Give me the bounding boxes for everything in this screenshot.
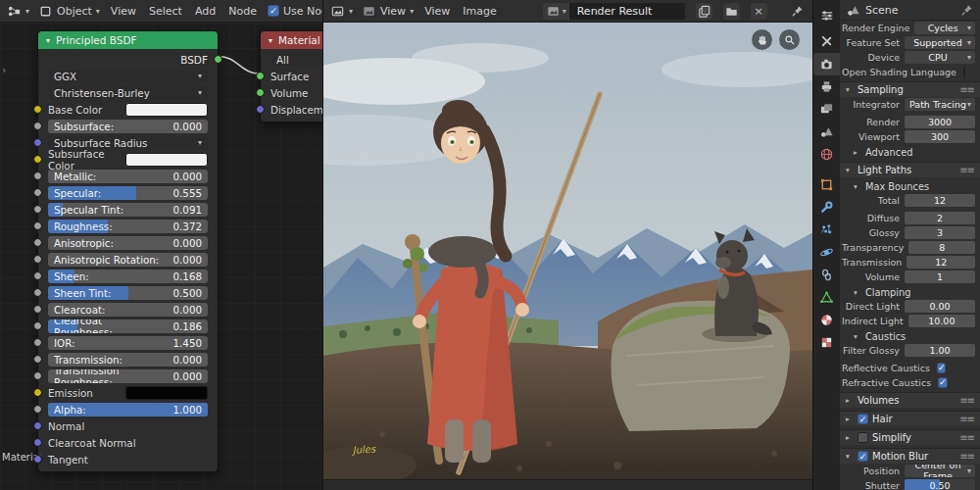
field-volume[interactable]: 1 — [905, 270, 975, 283]
principled-node-header[interactable]: ▾ Principled BSDF — [38, 31, 218, 49]
triangle-right-icon[interactable]: ▸ — [846, 396, 854, 405]
node-row-sheen[interactable]: Sheen:0.168 — [38, 268, 218, 284]
editor-type-button[interactable]: ▾ — [330, 4, 353, 19]
collapse-triangle-icon[interactable]: ▾ — [269, 36, 272, 45]
tab-viewlayer[interactable] — [813, 98, 840, 121]
node-dropdown-ggx[interactable]: GGX▾ — [48, 70, 208, 83]
field-direct-light[interactable]: 0.00 — [905, 300, 975, 313]
tab-modifiers[interactable] — [813, 196, 840, 219]
tab-particles[interactable] — [813, 219, 840, 241]
collapse-triangle-icon[interactable]: ▾ — [46, 36, 50, 45]
open-image-button[interactable] — [723, 3, 740, 20]
use-nodes-checkbox[interactable]: ✓ — [268, 5, 279, 17]
tab-render[interactable] — [813, 53, 840, 75]
node-row-clearcoat-roughness[interactable]: Clearcoat Roughness:0.186 — [38, 318, 218, 334]
section-header-light-paths[interactable]: ▾Light Paths≡≡ — [840, 162, 980, 177]
dropdown-position[interactable]: Center on Frame▾ — [905, 465, 975, 477]
section-header-hair[interactable]: ▸✓Hair≡≡ — [840, 411, 980, 426]
socket-transmission-roughness[interactable] — [33, 371, 42, 380]
subpanel-caustics[interactable]: ▾Caustics — [840, 329, 980, 343]
node-row-specular-tint[interactable]: Specular Tint:0.091 — [38, 201, 218, 218]
color-swatch-subsurface-color[interactable] — [125, 153, 208, 167]
node-row-clearcoat-normal[interactable]: Clearcoat Normal — [38, 434, 218, 451]
new-image-button[interactable] — [696, 3, 712, 20]
principled-bsdf-node[interactable]: ▾ Principled BSDF BSDFGGX▾Christensen-Bu… — [37, 30, 219, 472]
socket-bsdf[interactable] — [214, 55, 222, 64]
socket-clearcoat-roughness[interactable] — [33, 321, 42, 330]
node-number-roughness[interactable]: Roughness:0.372 — [48, 220, 208, 233]
dropdown-feature-set[interactable]: Supported▾ — [905, 36, 975, 49]
section-header-simplify[interactable]: ▸Simplify≡≡ — [840, 429, 980, 445]
tab-material[interactable] — [813, 309, 840, 331]
editor-type-button[interactable]: ▾ — [7, 4, 29, 19]
tab-world[interactable] — [813, 143, 840, 166]
node-row-alpha[interactable]: Alpha:1.000 — [38, 401, 218, 417]
section-header-sampling[interactable]: ▾Sampling≡≡ — [840, 81, 980, 97]
node-number-sheen-tint[interactable]: Sheen Tint:0.500 — [48, 286, 208, 300]
material-output-node[interactable]: ▾ Material Output All▾SurfaceVolumeDispl… — [260, 30, 323, 122]
node-row-normal[interactable]: Normal — [38, 417, 218, 434]
node-canvas[interactable]: › Material ▾ Principled BSDF BSDFGGX▾Chr… — [0, 23, 322, 490]
tab-texture[interactable] — [813, 331, 840, 354]
node-row-surface[interactable]: Surface — [261, 68, 323, 84]
editor-type-button[interactable] — [813, 4, 840, 26]
node-row-base-color[interactable]: Base Color — [38, 101, 218, 118]
output-node-header[interactable]: ▾ Material Output — [261, 31, 323, 49]
socket-specular[interactable] — [33, 188, 42, 197]
socket-transmission[interactable] — [33, 355, 42, 364]
pan-button[interactable] — [752, 29, 772, 50]
triangle-down-icon[interactable]: ▾ — [854, 288, 861, 297]
triangle-down-icon[interactable]: ▾ — [846, 452, 854, 461]
presets-icon[interactable]: ≡≡ — [959, 432, 974, 443]
socket-subsurface-radius[interactable] — [33, 138, 42, 147]
socket-clearcoat[interactable] — [33, 305, 42, 314]
field-shutter[interactable]: 0.50 — [905, 479, 975, 490]
field-diffuse[interactable]: 2 — [905, 212, 975, 224]
tab-data[interactable] — [813, 286, 840, 309]
use-nodes-toggle[interactable]: ✓ Use Nodes — [268, 5, 323, 18]
node-row-christensen-burley[interactable]: Christensen-Burley▾ — [38, 84, 218, 101]
socket-base-color[interactable] — [33, 105, 42, 114]
socket-ior[interactable] — [33, 338, 42, 347]
node-number-anisotropic-rotation[interactable]: Anisotropic Rotation:0.000 — [48, 253, 208, 267]
field-total[interactable]: 12 — [905, 194, 975, 207]
node-row-subsurface-color[interactable]: Subsurface Color — [38, 151, 218, 168]
shading-mode-dropdown[interactable]: Object ▾ — [38, 4, 100, 19]
tab-constraints[interactable] — [813, 264, 840, 286]
node-row-sheen-tint[interactable]: Sheen Tint:0.500 — [38, 284, 218, 301]
presets-icon[interactable]: ≡≡ — [959, 414, 974, 424]
node-row-transmission[interactable]: Transmission:0.000 — [38, 351, 218, 368]
node-number-clearcoat[interactable]: Clearcoat:0.000 — [48, 303, 208, 317]
socket-tangent[interactable] — [33, 455, 42, 464]
node-row-emission[interactable]: Emission — [38, 384, 218, 401]
node-row-anisotropic-rotation[interactable]: Anisotropic Rotation:0.000 — [38, 251, 218, 268]
section-header-volumes[interactable]: ▸Volumes≡≡ — [840, 392, 980, 408]
socket-surface[interactable] — [256, 72, 265, 80]
node-row-bsdf[interactable]: BSDF — [38, 51, 218, 68]
triangle-right-icon[interactable]: ▸ — [846, 415, 854, 423]
dropdown-render-engine[interactable]: Cycles▾ — [914, 22, 975, 34]
node-row-all[interactable]: All▾ — [261, 51, 323, 68]
node-number-transmission-roughness[interactable]: Transmission Roughness:0.000 — [48, 369, 208, 383]
tab-scene[interactable] — [813, 121, 840, 143]
pin-icon[interactable] — [959, 3, 974, 18]
color-swatch-emission[interactable] — [125, 386, 208, 400]
pin-icon[interactable] — [790, 4, 805, 19]
image-browse-button[interactable]: ▾ — [543, 3, 569, 20]
socket-roughness[interactable] — [33, 221, 42, 230]
menu-node[interactable]: Node — [226, 5, 259, 18]
zoom-button[interactable] — [779, 29, 800, 50]
menu-select[interactable]: Select — [147, 5, 184, 18]
tab-object[interactable] — [813, 173, 840, 196]
socket-specular-tint[interactable] — [33, 205, 42, 214]
node-number-ior[interactable]: IOR:1.450 — [48, 336, 208, 350]
node-number-sheen[interactable]: Sheen:0.168 — [48, 270, 208, 283]
node-number-alpha[interactable]: Alpha:1.000 — [48, 403, 208, 416]
section-checkbox[interactable]: ✓ — [858, 451, 868, 462]
node-row-ggx[interactable]: GGX▾ — [38, 68, 218, 84]
node-row-anisotropic[interactable]: Anisotropic:0.000 — [38, 234, 218, 251]
socket-subsurface[interactable] — [33, 122, 42, 130]
section-checkbox[interactable]: ✓ — [858, 414, 868, 424]
subpanel-advanced[interactable]: ▸Advanced — [840, 145, 980, 159]
node-number-transmission[interactable]: Transmission:0.000 — [48, 353, 208, 367]
